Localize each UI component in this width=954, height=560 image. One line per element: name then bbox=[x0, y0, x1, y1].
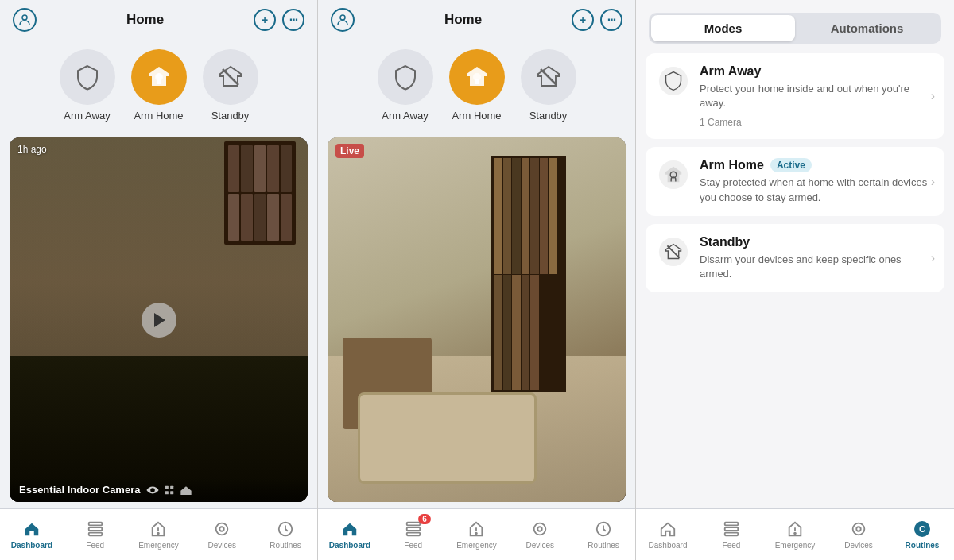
nav-dashboard-panel1[interactable]: Dashboard bbox=[0, 509, 64, 560]
feed-label-right: Feed bbox=[723, 541, 741, 550]
standby-content: Standby Disarm your devices and keep spe… bbox=[700, 235, 933, 281]
nav-dashboard-right[interactable]: Dashboard bbox=[636, 509, 700, 560]
routines-icon bbox=[276, 519, 295, 539]
arm-home-icon-panel1 bbox=[131, 49, 187, 105]
add-button-panel2[interactable]: + bbox=[572, 9, 594, 31]
page-title-panel1: Home bbox=[126, 12, 164, 28]
top-nav-panel2: Home + ··· bbox=[318, 0, 635, 40]
play-button-panel1[interactable] bbox=[142, 303, 176, 338]
nav-routines-panel2[interactable]: Routines bbox=[572, 509, 635, 560]
nav-feed-panel2[interactable]: 6 Feed bbox=[382, 509, 445, 560]
svg-point-12 bbox=[158, 533, 160, 535]
mode-card-arm-home[interactable]: Arm Home Active Stay protected when at h… bbox=[646, 147, 944, 215]
nav-emergency-panel2[interactable]: Emergency bbox=[445, 509, 509, 560]
svg-rect-20 bbox=[406, 527, 420, 531]
routines-label-right: Routines bbox=[906, 541, 940, 550]
svg-rect-6 bbox=[171, 491, 174, 494]
devices-icon-right bbox=[849, 519, 868, 539]
tab-modes[interactable]: Modes bbox=[651, 15, 795, 41]
routines-label-p2: Routines bbox=[588, 541, 619, 550]
profile-icon-panel2[interactable] bbox=[331, 8, 355, 32]
nav-devices-panel1[interactable]: Devices bbox=[190, 509, 254, 560]
feed-label-p2: Feed bbox=[404, 541, 422, 550]
svg-point-24 bbox=[534, 523, 546, 535]
nav-emergency-panel1[interactable]: Emergency bbox=[127, 509, 191, 560]
camera-card-panel1[interactable]: 1h ago Essential Indoor Camera bbox=[10, 137, 308, 502]
camera-timestamp-panel1: 1h ago bbox=[17, 144, 47, 155]
mode-card-arm-away[interactable]: Arm Away Protect your home inside and ou… bbox=[646, 53, 944, 139]
svg-point-13 bbox=[216, 523, 228, 535]
svg-point-14 bbox=[220, 527, 225, 531]
svg-point-23 bbox=[476, 533, 478, 535]
bottom-nav-panel1: Dashboard Feed bbox=[0, 508, 317, 560]
active-badge: Active bbox=[770, 158, 812, 172]
svg-text:C: C bbox=[919, 524, 925, 534]
add-button-panel1[interactable]: + bbox=[254, 9, 276, 31]
nav-dashboard-panel2[interactable]: Dashboard bbox=[318, 509, 382, 560]
nav-emergency-right[interactable]: Emergency bbox=[763, 509, 827, 560]
more-button-panel2[interactable]: ··· bbox=[600, 9, 622, 31]
arm-away-btn-panel1[interactable]: Arm Away bbox=[60, 49, 115, 122]
nav-feed-right[interactable]: Feed bbox=[700, 509, 763, 560]
camera-preview-right bbox=[328, 137, 626, 502]
nav-devices-panel2[interactable]: Devices bbox=[508, 509, 572, 560]
arm-home-btn-panel2[interactable]: Arm Home bbox=[449, 49, 505, 122]
mode-card-standby[interactable]: Standby Disarm your devices and keep spe… bbox=[646, 224, 944, 292]
profile-icon-panel1[interactable] bbox=[13, 8, 37, 32]
standby-icon-panel2 bbox=[521, 49, 576, 105]
camera-section-panel2: Live bbox=[318, 131, 635, 508]
svg-rect-9 bbox=[88, 527, 102, 531]
svg-point-0 bbox=[22, 15, 27, 20]
standby-desc: Disarm your devices and keep specific on… bbox=[700, 253, 933, 281]
svg-rect-5 bbox=[165, 491, 169, 494]
standby-label-panel1: Standby bbox=[211, 110, 250, 122]
standby-title: Standby bbox=[700, 235, 933, 249]
arm-away-content: Arm Away Protect your home inside and ou… bbox=[700, 64, 933, 128]
standby-btn-panel1[interactable]: Standby bbox=[203, 49, 258, 122]
emergency-icon-right bbox=[785, 519, 805, 539]
right-panel-header: Modes Automations bbox=[636, 0, 954, 53]
arm-home-icon-panel2 bbox=[449, 49, 505, 105]
arm-away-title: Arm Away bbox=[700, 64, 933, 79]
devices-icon bbox=[212, 519, 231, 539]
svg-point-37 bbox=[853, 523, 865, 535]
arm-away-desc: Protect your home inside and out when yo… bbox=[700, 82, 933, 110]
svg-rect-32 bbox=[725, 523, 739, 526]
camera-name-panel1: Essential Indoor Camera bbox=[19, 484, 140, 496]
live-badge-panel2: Live bbox=[335, 144, 364, 158]
arm-away-icon-panel1 bbox=[60, 49, 115, 105]
dashboard-label-right: Dashboard bbox=[649, 541, 688, 550]
routines-icon-p2 bbox=[594, 519, 613, 539]
devices-label-p1: Devices bbox=[208, 541, 237, 550]
arm-home-btn-panel1[interactable]: Arm Home bbox=[131, 49, 187, 122]
arm-away-label-panel2: Arm Away bbox=[382, 110, 428, 122]
more-button-panel1[interactable]: ··· bbox=[282, 9, 304, 31]
panel-2: Home + ··· Arm Away bbox=[318, 0, 636, 560]
nav-devices-right[interactable]: Devices bbox=[827, 509, 890, 560]
camera-card-panel2[interactable]: Live bbox=[328, 137, 626, 502]
devices-icon-p2 bbox=[530, 519, 549, 539]
standby-icon-panel1 bbox=[203, 49, 258, 105]
dashboard-label-p2: Dashboard bbox=[329, 541, 370, 550]
right-panel: Modes Automations Arm Away Protect your … bbox=[636, 0, 954, 560]
mode-buttons-panel1: Arm Away Arm Home bbox=[0, 40, 317, 131]
arm-away-btn-panel2[interactable]: Arm Away bbox=[378, 49, 433, 122]
nav-feed-panel1[interactable]: Feed bbox=[64, 509, 127, 560]
modes-list: Arm Away Protect your home inside and ou… bbox=[636, 53, 954, 508]
svg-rect-19 bbox=[406, 523, 420, 526]
svg-point-36 bbox=[794, 533, 796, 535]
panel-1: Home + ··· Arm Away bbox=[0, 0, 318, 560]
feed-icon-right bbox=[722, 519, 741, 539]
nav-routines-right[interactable]: C Routines bbox=[890, 509, 954, 560]
routines-icon-right: C bbox=[913, 519, 932, 539]
routines-label-p1: Routines bbox=[270, 541, 301, 550]
svg-rect-34 bbox=[725, 533, 739, 536]
standby-btn-panel2[interactable]: Standby bbox=[521, 49, 576, 122]
svg-rect-7 bbox=[184, 492, 188, 495]
svg-point-25 bbox=[538, 527, 543, 531]
chevron-right-icon-1: › bbox=[931, 89, 935, 103]
nav-routines-panel1[interactable]: Routines bbox=[254, 509, 317, 560]
bottom-nav-right: Dashboard Feed bbox=[636, 508, 954, 560]
svg-rect-3 bbox=[165, 485, 169, 489]
tab-automations[interactable]: Automations bbox=[795, 15, 939, 41]
